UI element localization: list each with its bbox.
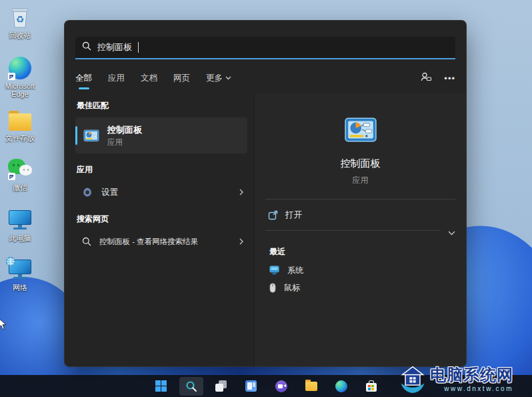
search-icon bbox=[82, 237, 91, 246]
section-header-best-match: 最佳匹配 bbox=[77, 100, 247, 111]
result-label: 控制面板 - 查看网络搜索结果 bbox=[99, 237, 198, 247]
chat-button[interactable] bbox=[269, 377, 293, 396]
open-label: 打开 bbox=[285, 210, 302, 221]
account-icon[interactable] bbox=[421, 72, 432, 85]
svg-text:♻: ♻ bbox=[16, 14, 25, 25]
search-input-value: 控制面板 bbox=[97, 41, 132, 53]
file-explorer-button[interactable] bbox=[299, 377, 323, 396]
desktop-icon-microsoft-edge[interactable]: Microsoft Edge bbox=[0, 56, 40, 98]
control-panel-icon bbox=[83, 127, 99, 143]
tab-apps[interactable]: 应用 bbox=[108, 73, 125, 84]
desktop-icon-wechat[interactable]: 微信 bbox=[0, 157, 40, 191]
shortcut-arrow-icon bbox=[8, 173, 15, 180]
best-match-result[interactable]: 控制面板 应用 bbox=[75, 117, 247, 153]
task-view-icon bbox=[215, 380, 227, 392]
recent-item-mouse[interactable]: 鼠标 bbox=[265, 279, 455, 296]
desktop-icon-label: 微信 bbox=[13, 183, 27, 191]
desktop-icon-label: Microsoft Edge bbox=[1, 82, 39, 98]
edge-logo-icon bbox=[335, 380, 347, 392]
search-input[interactable]: 控制面板 bbox=[75, 37, 455, 59]
chevron-down-icon bbox=[225, 76, 231, 80]
desktop-icon-this-pc[interactable]: 此电脑 bbox=[0, 208, 40, 242]
section-header-web: 搜索网页 bbox=[77, 214, 247, 225]
section-header-recent: 最近 bbox=[269, 246, 455, 258]
folder-icon bbox=[8, 108, 32, 132]
edge-button[interactable] bbox=[329, 377, 353, 396]
system-monitor-icon bbox=[269, 266, 279, 275]
wechat-icon bbox=[8, 157, 32, 181]
search-icon bbox=[82, 41, 91, 53]
search-results: 最佳匹配 控制面板 应用 bbox=[65, 94, 254, 366]
desktop-icon-label: 网络 bbox=[13, 284, 27, 292]
search-flyout: 控制面板 全部 应用 文档 网页 更多 ••• bbox=[64, 20, 467, 367]
divider bbox=[265, 230, 441, 231]
desktop-icon-recycle-bin[interactable]: ♻ 回收站 bbox=[0, 5, 40, 39]
shortcut-arrow-icon bbox=[8, 73, 15, 80]
more-options-icon[interactable]: ••• bbox=[444, 73, 455, 83]
store-icon bbox=[366, 383, 377, 392]
desktop-icon-label: 回收站 bbox=[9, 31, 31, 39]
preview-subtitle: 应用 bbox=[265, 175, 455, 186]
preview-title: 控制面板 bbox=[265, 157, 455, 170]
section-header-apps: 应用 bbox=[77, 164, 247, 175]
folder-icon bbox=[305, 382, 317, 391]
text-caret bbox=[138, 42, 139, 53]
chevron-right-icon bbox=[239, 236, 243, 248]
widgets-button[interactable] bbox=[239, 377, 263, 396]
watermark-url: www.dnxtw.com bbox=[444, 385, 513, 392]
search-icon bbox=[185, 380, 197, 392]
watermark: 电脑系统网 www.dnxtw.com bbox=[399, 362, 531, 396]
result-web-search[interactable]: 控制面板 - 查看网络搜索结果 bbox=[75, 231, 247, 252]
start-button[interactable] bbox=[149, 377, 173, 396]
desktop-icon-label: 文件存放 bbox=[5, 134, 35, 142]
task-view-button[interactable] bbox=[209, 377, 233, 396]
network-icon bbox=[8, 258, 32, 282]
edge-logo-icon bbox=[8, 56, 32, 80]
search-tabs: 全部 应用 文档 网页 更多 ••• bbox=[75, 69, 455, 87]
desktop-icon-network[interactable]: 网络 bbox=[0, 258, 40, 292]
tab-documents[interactable]: 文档 bbox=[141, 73, 157, 84]
open-action[interactable]: 打开 bbox=[265, 200, 455, 230]
watermark-logo-icon bbox=[399, 364, 427, 394]
best-match-subtitle: 应用 bbox=[107, 137, 142, 147]
result-preview-pane: 控制面板 应用 打开 最近 bbox=[254, 94, 466, 366]
mouse-icon bbox=[269, 283, 276, 293]
gear-icon bbox=[82, 187, 93, 198]
chevron-right-icon bbox=[239, 186, 243, 198]
recent-item-system[interactable]: 系统 bbox=[265, 262, 455, 279]
recycle-bin-icon: ♻ bbox=[8, 5, 32, 29]
tab-all[interactable]: 全部 bbox=[75, 73, 92, 84]
watermark-title: 电脑系统网 bbox=[430, 366, 513, 384]
control-panel-icon-large bbox=[344, 113, 377, 146]
open-external-icon bbox=[268, 210, 278, 220]
this-pc-icon bbox=[8, 208, 32, 232]
best-match-title: 控制面板 bbox=[107, 124, 142, 136]
widgets-icon bbox=[245, 380, 257, 392]
recent-item-label: 系统 bbox=[287, 265, 303, 276]
tab-web[interactable]: 网页 bbox=[173, 73, 190, 84]
desktop-icon-label: 此电脑 bbox=[9, 234, 31, 242]
desktop-icon-folder[interactable]: 文件存放 bbox=[0, 108, 40, 142]
tab-more[interactable]: 更多 bbox=[206, 73, 231, 84]
expand-chevron-down-icon[interactable] bbox=[448, 226, 455, 238]
result-label: 设置 bbox=[101, 187, 118, 198]
store-button[interactable] bbox=[359, 377, 383, 396]
chat-icon bbox=[275, 380, 287, 392]
desktop: ♻ 回收站 Microsoft Edge 文件存放 bbox=[0, 0, 532, 397]
recent-item-label: 鼠标 bbox=[284, 282, 300, 294]
mouse-cursor bbox=[0, 318, 7, 330]
taskbar-search-button[interactable] bbox=[179, 377, 203, 396]
result-settings[interactable]: 设置 bbox=[75, 181, 247, 203]
windows-logo-icon bbox=[155, 380, 167, 392]
